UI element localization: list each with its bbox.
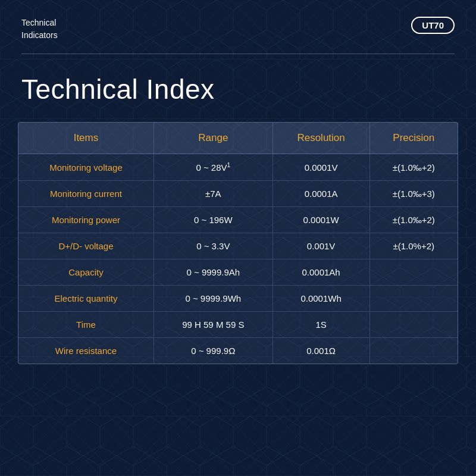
cell-items: Monitoring voltage — [18, 154, 154, 181]
table-row: Monitoring voltage0 ~ 28V10.0001V±(1.0‰+… — [18, 154, 458, 181]
cell-resolution: 0.001Ω — [273, 338, 369, 364]
col-header-precision: Precision — [369, 123, 458, 154]
table-row: Wire resistance0 ~ 999.9Ω0.001Ω — [18, 338, 458, 364]
cell-range: 99 H 59 M 59 S — [154, 312, 273, 338]
page-title: Technical Index — [21, 73, 455, 105]
col-header-items: Items — [18, 123, 154, 154]
cell-precision — [369, 259, 458, 286]
technical-index-table: Items Range Resolution Precision Monitor… — [18, 123, 458, 364]
cell-range: 0 ~ 3.3V — [154, 233, 273, 259]
cell-resolution: 0.0001W — [273, 207, 369, 233]
cell-items: D+/D- voltage — [18, 233, 154, 259]
cell-items: Capacity — [18, 259, 154, 286]
page-content: Technical Indicators UT70 Technical Inde… — [0, 0, 476, 476]
cell-items: Monitoring power — [18, 207, 154, 233]
cell-range: 0 ~ 9999.9Wh — [154, 286, 273, 312]
table-row: Monitoring current±7A0.0001A±(1.0‰+3) — [18, 181, 458, 207]
table-row: D+/D- voltage0 ~ 3.3V0.001V±(1.0%+2) — [18, 233, 458, 259]
header-title-line2: Indicators — [21, 30, 58, 40]
cell-range: 0 ~ 999.9Ω — [154, 338, 273, 364]
header-title-line1: Technical — [21, 18, 56, 27]
cell-precision — [369, 312, 458, 338]
cell-items: Monitoring current — [18, 181, 154, 207]
cell-precision: ±(1.0‰+3) — [369, 181, 458, 207]
header-title: Technical Indicators — [21, 17, 58, 42]
table-row: Capacity0 ~ 9999.9Ah0.0001Ah — [18, 259, 458, 286]
col-header-range: Range — [154, 123, 273, 154]
table-row: Monitoring power0 ~ 196W0.0001W±(1.0‰+2) — [18, 207, 458, 233]
table-row: Time99 H 59 M 59 S1S — [18, 312, 458, 338]
cell-items: Electric quantity — [18, 286, 154, 312]
cell-resolution: 0.0001A — [273, 181, 369, 207]
cell-precision: ±(1.0%+2) — [369, 233, 458, 259]
cell-items: Time — [18, 312, 154, 338]
table-header-row: Items Range Resolution Precision — [18, 123, 458, 154]
cell-range: 0 ~ 28V1 — [154, 154, 273, 181]
header: Technical Indicators UT70 — [0, 0, 476, 54]
cell-items: Wire resistance — [18, 338, 154, 364]
cell-precision — [369, 286, 458, 312]
cell-precision: ±(1.0‰+2) — [369, 154, 458, 181]
model-badge: UT70 — [411, 17, 455, 34]
cell-resolution: 0.0001Wh — [273, 286, 369, 312]
cell-range: 0 ~ 196W — [154, 207, 273, 233]
cell-resolution: 1S — [273, 312, 369, 338]
cell-range: 0 ~ 9999.9Ah — [154, 259, 273, 286]
technical-index-table-container: Items Range Resolution Precision Monitor… — [18, 122, 458, 364]
cell-resolution: 0.0001V — [273, 154, 369, 181]
col-header-resolution: Resolution — [273, 123, 369, 154]
cell-precision: ±(1.0‰+2) — [369, 207, 458, 233]
cell-precision — [369, 338, 458, 364]
cell-resolution: 0.0001Ah — [273, 259, 369, 286]
table-row: Electric quantity0 ~ 9999.9Wh0.0001Wh — [18, 286, 458, 312]
main-title-section: Technical Index — [0, 54, 476, 122]
cell-resolution: 0.001V — [273, 233, 369, 259]
cell-range: ±7A — [154, 181, 273, 207]
